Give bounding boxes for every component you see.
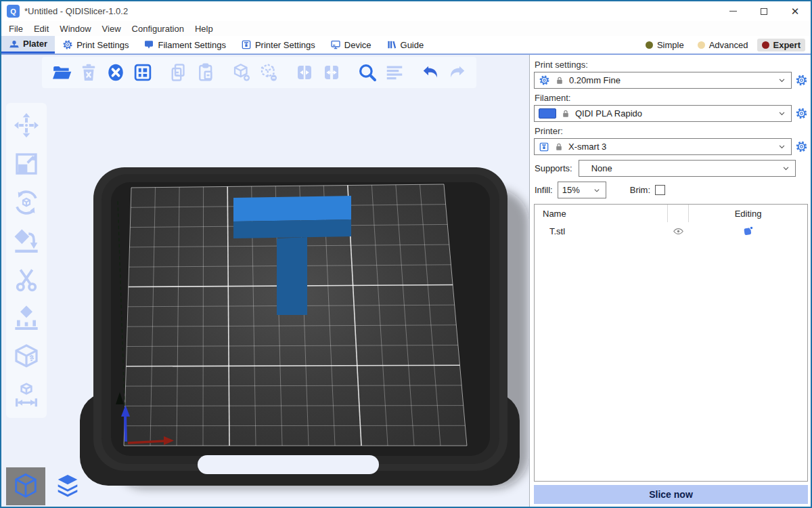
guide-books-icon [386,39,397,50]
undo-button[interactable] [419,62,441,84]
scale-icon [13,150,40,177]
model-bar-front-face [233,219,351,238]
3d-view-button[interactable] [6,467,45,505]
chevron-down-icon [777,108,787,119]
plater-icon [9,39,20,49]
delete-all-button[interactable] [104,62,127,84]
rotate-tool[interactable] [12,188,41,217]
measure-tool[interactable] [12,381,41,410]
tab-printer-settings[interactable]: Printer Settings [233,36,323,54]
copy-button[interactable] [167,62,189,84]
column-editing: Editing [689,209,807,219]
paste-button[interactable] [194,62,217,84]
slice-now-button[interactable]: Slice now [534,485,808,504]
split-parts-button[interactable] [320,62,342,84]
place-on-face-tool[interactable] [12,227,41,255]
object-list-header: Name Editing [535,205,807,222]
split-parts-icon [321,62,342,83]
filament-icon [143,39,154,50]
edit-object-button[interactable] [689,225,807,237]
tab-print-settings[interactable]: Print Settings [55,36,136,54]
menu-file[interactable]: File [5,24,30,34]
column-visibility [667,205,689,222]
mode-advanced[interactable]: Advanced [693,39,753,51]
menu-edit[interactable]: Edit [30,24,56,34]
print-settings-gear-button[interactable] [795,74,808,87]
menu-configuration[interactable]: Configuration [129,24,191,34]
tabbar: Plater Print Settings Filament Settings … [1,36,811,55]
mode-selector: Simple Advanced Expert [641,36,811,54]
chevron-down-icon [777,75,787,85]
supports-combo[interactable]: None [579,160,796,177]
maximize-button[interactable] [748,1,780,21]
cut-tool[interactable] [12,266,41,294]
print-settings-value: 0.20mm Fine [569,75,621,85]
redo-button[interactable] [446,62,468,84]
place-on-face-icon [13,228,40,255]
device-monitor-icon [330,39,341,50]
supports-label: Supports: [535,163,572,173]
edit-object-icon [742,225,754,237]
menu-help[interactable]: Help [191,24,221,34]
gear-icon [795,74,808,87]
close-button[interactable]: ✕ [780,1,811,21]
remove-instance-button[interactable] [257,62,279,84]
tab-plater[interactable]: Plater [1,36,55,54]
lock-icon [554,142,564,152]
tray-handle-cutout [198,455,379,474]
mode-expert[interactable]: Expert [757,39,805,51]
gear-icon [539,75,550,86]
split-objects-button[interactable] [293,62,315,84]
mode-simple[interactable]: Simple [641,39,689,51]
print-bed-scene [1,55,529,507]
model-stem-front-face [277,237,307,315]
open-file-button[interactable] [50,62,72,84]
printer-combo[interactable]: X-smart 3 [534,138,792,155]
printer-icon [241,39,252,50]
copy-icon [168,62,189,83]
arrange-button[interactable] [131,62,154,84]
gear-icon [795,140,808,153]
filament-combo[interactable]: QIDI PLA Rapido [534,105,792,122]
brim-checkbox[interactable] [655,185,665,195]
paint-supports-tool[interactable] [12,304,41,333]
add-instance-button[interactable] [230,62,252,84]
delete-button[interactable] [77,62,99,84]
model-top-face [233,196,351,221]
tab-device[interactable]: Device [323,36,379,54]
variable-layer-height-button[interactable] [383,62,405,84]
seam-icon [13,343,40,371]
scale-tool[interactable] [12,150,41,178]
titlebar: Q *Untitled - QIDISlicer-1.0.2 ✕ [1,1,811,21]
preview-view-button[interactable] [48,467,87,505]
maximize-icon [761,8,767,15]
3d-viewport[interactable] [1,55,529,507]
object-row[interactable]: T.stl [535,222,807,240]
infill-combo[interactable]: 15% [558,182,606,198]
top-toolbar [42,57,476,88]
column-name: Name [535,209,667,219]
menu-window[interactable]: Window [56,24,98,34]
tab-guide[interactable]: Guide [379,36,432,54]
left-toolbar [6,103,47,418]
minimize-button[interactable] [717,1,748,21]
seam-painting-tool[interactable] [12,343,41,371]
lock-icon [561,109,570,119]
toggle-visibility-button[interactable] [667,226,689,237]
filament-label: Filament: [535,93,808,103]
filament-gear-button[interactable] [795,107,808,120]
tab-filament-settings[interactable]: Filament Settings [136,36,233,54]
print-settings-combo[interactable]: 0.20mm Fine [534,72,792,89]
brim-label: Brim: [630,185,650,195]
menu-view[interactable]: View [99,24,129,34]
search-button[interactable] [356,62,378,84]
infill-value: 15% [562,185,580,195]
printer-gear-button[interactable] [795,140,808,153]
close-icon: ✕ [791,6,800,16]
window-title: *Untitled - QIDISlicer-1.0.2 [24,6,128,16]
cube-minus-icon [258,62,279,83]
object-list: Name Editing T.stl [534,204,808,482]
move-tool[interactable] [12,111,41,140]
layers-icon [53,471,83,501]
split-objects-icon [294,62,315,83]
